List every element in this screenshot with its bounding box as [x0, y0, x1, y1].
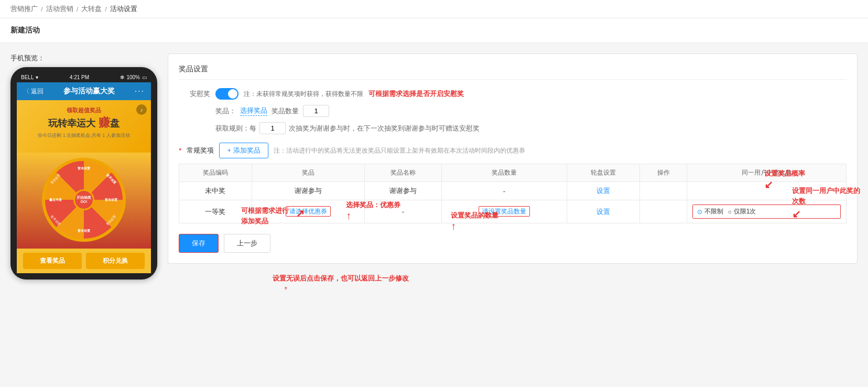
rule-suffix: 次抽奖为谢谢参与时，在下一次抽奖到谢谢参与时可赠送安慰奖: [289, 124, 480, 133]
row1-name: 谢谢参与: [364, 182, 441, 200]
phone-banner: ♪ 领取超值奖品 玩转幸运大 赚盘 你今日还剩 1 次抽奖机会,共有 1 人参加…: [17, 100, 151, 153]
once-radio[interactable]: ○ 仅限1次: [728, 207, 756, 216]
prizes-section: * 常规奖项 + 添加奖品 注：活动进行中的奖品将无法更改奖品只能设置上架并有效…: [179, 143, 847, 223]
carrier: BELL: [21, 74, 34, 80]
consolation-row: 安慰奖 注：未获得常规奖项时获得，获得数量不限 可根据需求选择是否开启安慰奖: [179, 88, 847, 100]
col-op: 操作: [639, 164, 687, 182]
rule-row: 获取规则：每 次抽奖为谢谢参与时，在下一次抽奖到谢谢参与时可赠送安慰奖: [179, 122, 847, 134]
breadcrumb-item-2[interactable]: 活动营销: [46, 4, 73, 14]
row2-name: -: [364, 200, 441, 223]
breadcrumb: 营销推广 / 活动营销 / 大转盘 / 活动设置: [0, 0, 868, 18]
breadcrumb-item-4: 活动设置: [110, 4, 137, 14]
battery: 100%: [126, 74, 140, 80]
required-star: *: [179, 146, 181, 155]
bluetooth-icon: ✻: [120, 74, 124, 80]
col-wheel: 轮盘设置: [567, 164, 640, 182]
row2-wheel: 设置: [567, 200, 640, 223]
breadcrumb-sep-2: /: [77, 5, 79, 13]
clock: 4:21 PM: [70, 74, 89, 80]
qty-input[interactable]: [303, 105, 329, 117]
add-prize-button[interactable]: + 添加奖品: [219, 143, 268, 158]
save-button[interactable]: 保存: [179, 234, 219, 253]
exchange-points-button[interactable]: 积分兑换: [86, 253, 145, 269]
prizes-label: 常规奖项: [187, 146, 214, 155]
preview-label: 手机预览：: [10, 53, 157, 63]
bottom-buttons: 保存 上一步: [179, 234, 847, 253]
row2-qty: 请设置奖品数量: [441, 200, 567, 223]
banner-line1: 领取超值奖品: [23, 106, 145, 114]
once-label: 仅限1次: [734, 207, 756, 216]
banner-sub: 你今日还剩 1 次抽奖机会,共有 1 人参加活动: [23, 132, 145, 139]
col-qty: 奖品数量: [441, 164, 567, 182]
radio-selected-icon: ⊙: [697, 208, 702, 216]
phone-preview: 手机预览： BELL ▾ 4:21 PM ✻ 100% ▭ 〈 返回 参与活动赢…: [10, 53, 157, 280]
prizes-table: 奖品编码 奖品 奖品名称 奖品数量 轮盘设置 操作 同一用户中奖次数 未中奖 谢: [179, 164, 847, 223]
prizes-header: * 常规奖项 + 添加奖品 注：活动进行中的奖品将无法更改奖品只能设置上架并有效…: [179, 143, 847, 158]
rule-value-input[interactable]: [259, 122, 286, 134]
row1-prize: 谢谢参与: [252, 182, 364, 200]
col-prize: 奖品: [252, 164, 364, 182]
row2-code: 一等奖: [179, 200, 252, 223]
breadcrumb-item-3[interactable]: 大转盘: [81, 4, 102, 14]
breadcrumb-sep-3: /: [105, 5, 107, 13]
rule-prefix: 获取规则：每: [215, 124, 256, 133]
row2-set-link[interactable]: 设置: [596, 208, 610, 216]
row1-op: [639, 182, 687, 200]
consolation-toggle[interactable]: [215, 88, 238, 100]
wheel-center[interactable]: 开始抽奖 GO!: [73, 189, 94, 210]
row2-same-user: ⊙ 不限制 ○ 仅限1次: [687, 200, 847, 223]
select-prize-link[interactable]: 选择奖品: [240, 106, 267, 116]
prize-sub-label: 奖品：: [215, 106, 236, 116]
phone-title: 参与活动赢大奖: [63, 87, 115, 96]
consolation-prize-row: 奖品： 选择奖品 奖品数量: [179, 105, 847, 117]
row1-qty: -: [441, 182, 567, 200]
phone-frame: BELL ▾ 4:21 PM ✻ 100% ▭ 〈 返回 参与活动赢大奖 ···…: [10, 67, 157, 280]
col-same-user: 同一用户中奖次数: [687, 164, 847, 182]
breadcrumb-item-1[interactable]: 营销推广: [10, 4, 38, 14]
row1-code: 未中奖: [179, 182, 252, 200]
prize-settings-panel: 奖品设置 安慰奖 注：未获得常规奖项时获得，获得数量不限 可根据需求选择是否开启…: [168, 53, 858, 264]
row2-prize: 请选择优惠券: [252, 200, 364, 223]
radio-unselected-icon: ○: [728, 208, 731, 216]
phone-nav-bar: 〈 返回 参与活动赢大奖 ···: [17, 82, 151, 100]
wifi-icon: ▾: [36, 74, 38, 80]
row1-same-user: [687, 182, 847, 200]
set-qty-link[interactable]: 请设置奖品数量: [479, 206, 530, 217]
right-panel-wrapper: 奖品设置 安慰奖 注：未获得常规奖项时获得，获得数量不限 可根据需求选择是否开启…: [168, 53, 858, 264]
consolation-note: 注：未获得常规奖项时获得，获得数量不限: [244, 90, 363, 99]
consolation-label: 安慰奖: [179, 89, 210, 99]
wheel-area: 暂未设置 暂未设置 暂未设置 暂未设置 暂未设置 暂未设置 赢点半星 暂未设置 …: [17, 153, 151, 249]
prev-button[interactable]: 上一步: [224, 234, 270, 253]
back-button[interactable]: 〈 返回: [23, 87, 44, 96]
breadcrumb-sep-1: /: [41, 5, 43, 13]
consolation-section: 安慰奖 注：未获得常规奖项时获得，获得数量不限 可根据需求选择是否开启安慰奖 奖…: [179, 88, 847, 134]
row1-wheel: 设置: [567, 182, 640, 200]
consolation-annotation: 可根据需求选择是否开启安慰奖: [368, 89, 464, 99]
phone-bottom-buttons: 查看奖品 积分兑换: [17, 249, 151, 273]
view-prizes-button[interactable]: 查看奖品: [23, 253, 82, 269]
unlimited-label: 不限制: [704, 207, 723, 216]
table-row: 一等奖 请选择优惠券 - 请设置奖品数量 设置: [179, 200, 847, 223]
more-icon[interactable]: ···: [135, 87, 145, 96]
battery-icon: ▭: [142, 74, 147, 80]
select-coupon-link[interactable]: 请选择优惠券: [286, 206, 331, 217]
panel-title: 奖品设置: [179, 64, 847, 80]
page-title: 新建活动: [0, 18, 868, 43]
annotation-save: 设置无误后点击保存，也可以返回上一步修改 ↑: [273, 274, 409, 290]
main-content: 手机预览： BELL ▾ 4:21 PM ✻ 100% ▭ 〈 返回 参与活动赢…: [0, 43, 868, 290]
unlimited-radio[interactable]: ⊙ 不限制: [697, 207, 723, 216]
prizes-note: 注：活动进行中的奖品将无法更改奖品只能设置上架并有效期在本次活动时间段内的优惠券: [274, 146, 525, 155]
phone-status-bar: BELL ▾ 4:21 PM ✻ 100% ▭: [17, 73, 151, 82]
banner-line2: 玩转幸运大 赚盘: [23, 116, 145, 129]
same-user-radio-group: ⊙ 不限制 ○ 仅限1次: [692, 205, 841, 219]
row2-op: [639, 200, 687, 223]
table-row: 未中奖 谢谢参与 谢谢参与 - 设置: [179, 182, 847, 200]
table-header-row: 奖品编码 奖品 奖品名称 奖品数量 轮盘设置 操作 同一用户中奖次数: [179, 164, 847, 182]
row1-set-link[interactable]: 设置: [596, 187, 610, 195]
qty-sub-label: 奖品数量: [272, 106, 299, 116]
music-icon: ♪: [136, 104, 147, 115]
col-name: 奖品名称: [364, 164, 441, 182]
col-code: 奖品编码: [179, 164, 252, 182]
